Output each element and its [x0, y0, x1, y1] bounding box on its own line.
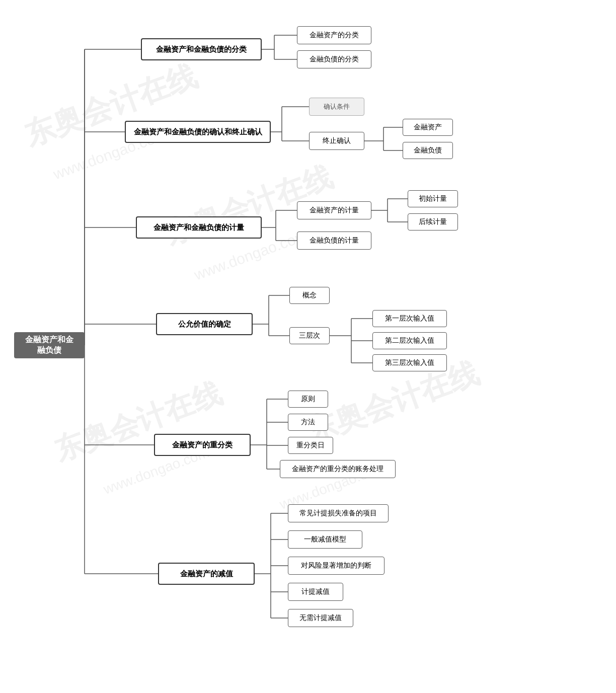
l2-node-5c: 重分类日 [288, 437, 333, 454]
l3-node-2bb: 金融负债 [403, 142, 453, 159]
l3-node-3ab: 后续计量 [408, 213, 458, 230]
l2-node-6c: 对风险显著增加的判断 [288, 557, 384, 575]
l2-node-6d: 计提减值 [288, 583, 343, 601]
l3-node-4bc: 第三层次输入值 [372, 354, 447, 371]
l2-node-2b: 终止确认 [309, 132, 364, 150]
l2-node-4a: 概念 [289, 287, 330, 304]
l3-node-4ba: 第一层次输入值 [372, 310, 447, 327]
l2-node-1b: 金融负债的分类 [297, 50, 371, 68]
mind-map: 东奥会计在线 www.dongao.com 东奥会计在线 www.dongao.… [0, 0, 616, 693]
l2-node-1a: 金融资产的分类 [297, 26, 371, 44]
l2-node-5b: 方法 [288, 414, 328, 431]
l2-node-3a: 金融资产的计量 [297, 201, 371, 219]
l1-node-2: 金融资产和金融负债的确认和终止确认 [125, 121, 271, 143]
l2-node-6a: 常见计提损失准备的项目 [288, 504, 389, 522]
l1-node-5: 金融资产的重分类 [154, 434, 251, 456]
l2-node-3b: 金融负债的计量 [297, 232, 371, 250]
l2-node-6e: 无需计提减值 [288, 609, 353, 627]
l1-node-4: 公允价值的确定 [156, 313, 253, 335]
l3-node-2ba: 金融资产 [403, 119, 453, 136]
l2-node-6b: 一般减值模型 [288, 530, 362, 549]
l1-node-6: 金融资产的减值 [158, 563, 255, 585]
l2-node-5a: 原则 [288, 391, 328, 408]
l1-node-3: 金融资产和金融负债的计量 [136, 216, 262, 239]
l2-node-2a: 确认条件 [309, 98, 364, 116]
l3-node-4bb: 第二层次输入值 [372, 332, 447, 349]
l2-node-5d: 金融资产的重分类的账务处理 [280, 460, 396, 478]
l3-node-3aa: 初始计量 [408, 190, 458, 207]
l1-node-1: 金融资产和金融负债的分类 [141, 38, 262, 60]
l2-node-4b: 三层次 [289, 327, 330, 344]
root-node: 金融资产和金融负债 [14, 332, 85, 358]
